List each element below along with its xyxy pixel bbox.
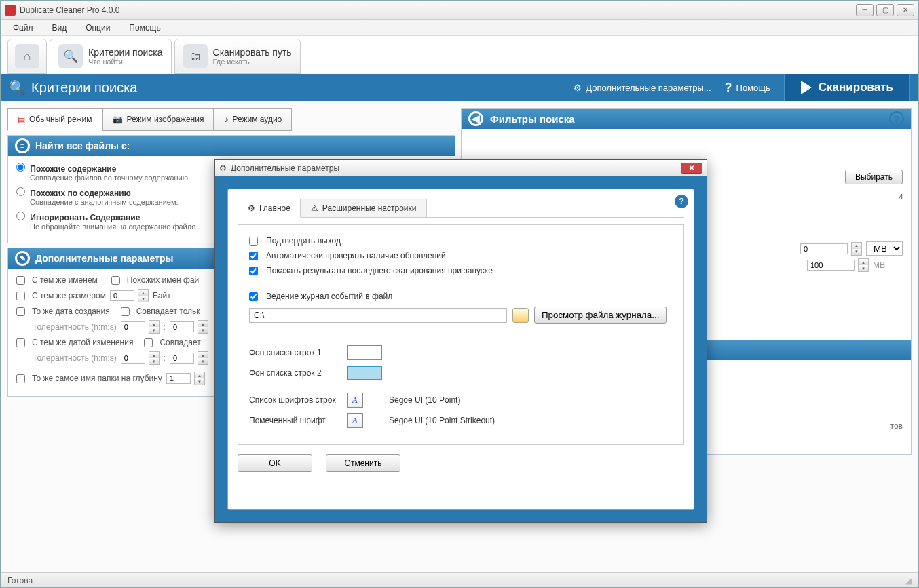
max-size[interactable] [807, 260, 855, 271]
chk-same-modified[interactable] [16, 338, 25, 347]
cancel-button[interactable]: Отменить [326, 454, 400, 472]
chk-same-name[interactable] [16, 276, 25, 285]
tab-scan-path[interactable]: 🗂 Сканировать путь Где искать [174, 39, 301, 74]
toolbar: ⌂ 🔍 Критерии поиска Что найти 🗂 Сканиров… [1, 36, 918, 74]
chk-confirm-exit[interactable] [249, 237, 258, 246]
gear-icon: ⚙ [219, 163, 227, 173]
close-button[interactable]: ✕ [897, 4, 914, 16]
tab-subtitle: Что найти [88, 58, 163, 66]
dialog-title: Дополнительные параметры [231, 163, 339, 173]
folder-scan-icon: 🗂 [183, 44, 208, 68]
font-marked-button[interactable]: A [347, 413, 363, 428]
view-log-button[interactable]: Просмотр файла журнала... [534, 307, 667, 324]
warning-icon: ⚠ [311, 203, 318, 213]
magnifier-icon: 🔍 [9, 79, 26, 96]
filters-title: Фильтры поиска [490, 113, 575, 125]
help-link[interactable]: ? Помощь [725, 81, 770, 95]
filter-icon: ◀ [468, 111, 483, 126]
radio-ignore-content[interactable] [16, 212, 25, 220]
home-icon: ⌂ [15, 44, 39, 68]
window-title: Duplicate Cleaner Pro 4.0.0 [20, 5, 853, 15]
resize-grip[interactable]: ◢ [905, 576, 912, 585]
row-bg2-color[interactable] [347, 366, 382, 380]
row-bg1-color[interactable] [347, 345, 382, 360]
chk-same-created[interactable] [16, 307, 25, 316]
help-icon[interactable]: ? [889, 111, 904, 126]
tab-main[interactable]: ⚙ Главное [238, 199, 301, 218]
ok-button[interactable]: OK [238, 454, 312, 472]
browse-folder-button[interactable] [512, 308, 529, 323]
menu-options[interactable]: Опции [79, 22, 117, 34]
tab-audio-mode[interactable]: ♪ Режим аудио [214, 108, 292, 131]
camera-icon: 📷 [113, 115, 123, 124]
chk-same-size[interactable] [16, 292, 25, 300]
scan-button[interactable]: Сканировать [784, 74, 910, 101]
tab-image-mode[interactable]: 📷 Режим изображения [102, 108, 214, 131]
minimize-button[interactable]: ─ [856, 4, 874, 16]
chk-log-events[interactable] [249, 292, 258, 301]
menu-view[interactable]: Вид [45, 22, 74, 34]
chk-same-folder[interactable] [16, 374, 25, 383]
font-list-button[interactable]: A [347, 393, 363, 408]
radio-similar-content[interactable] [16, 187, 25, 196]
tab-search-criteria[interactable]: 🔍 Критерии поиска Что найти [50, 39, 172, 74]
magnifier-icon: 🔍 [58, 44, 83, 68]
dialog-titlebar: ⚙ Дополнительные параметры ✕ [215, 160, 707, 176]
status-text: Готова [7, 576, 33, 585]
chk-similar-names[interactable] [111, 276, 120, 285]
tol-h1[interactable] [121, 321, 145, 332]
radio-same-content[interactable] [16, 163, 25, 172]
help-icon[interactable]: ? [675, 195, 688, 208]
doc-icon: ▤ [18, 115, 25, 124]
min-size[interactable] [800, 243, 848, 254]
menu-help[interactable]: Помощь [122, 22, 167, 34]
maximize-button[interactable]: ▢ [876, 4, 894, 16]
mode-tabs: ▤ Обычный режим 📷 Режим изображения ♪ Ре… [7, 108, 455, 131]
chk-match-only-created[interactable] [121, 307, 130, 316]
chk-match-only-modified[interactable] [144, 338, 153, 347]
unit-select[interactable]: MB [866, 241, 903, 256]
folder-depth[interactable] [166, 373, 191, 384]
log-path-input[interactable] [249, 308, 507, 323]
tab-title: Критерии поиска [88, 47, 163, 58]
dialog-close-button[interactable]: ✕ [681, 163, 702, 174]
tools-icon: ✎ [15, 251, 30, 266]
music-icon: ♪ [224, 115, 228, 124]
statusbar: Готова ◢ [1, 572, 918, 587]
titlebar: Duplicate Cleaner Pro 4.0.0 ─ ▢ ✕ [1, 1, 918, 20]
tol-m1[interactable] [170, 321, 194, 332]
chk-auto-update[interactable] [249, 252, 258, 260]
advanced-link[interactable]: ⚙ Дополнительные параметры... [574, 83, 711, 93]
chk-show-last[interactable] [249, 267, 258, 275]
tab-extended[interactable]: ⚠ Расширенные настройки [301, 199, 427, 218]
menubar: Файл Вид Опции Помощь [1, 20, 918, 36]
tab-regular-mode[interactable]: ▤ Обычный режим [7, 108, 102, 131]
home-button[interactable]: ⌂ [7, 39, 47, 74]
header-band: 🔍 Критерии поиска ⚙ Дополнительные парам… [1, 74, 918, 101]
tab-subtitle: Где искать [213, 58, 292, 66]
spin-buttons[interactable]: ▲▼ [138, 289, 149, 302]
gear-icon: ⚙ [248, 203, 255, 213]
gear-icon: ⚙ [574, 83, 582, 93]
tol-m2[interactable] [170, 353, 194, 364]
tol-h2[interactable] [121, 353, 145, 364]
play-icon [801, 81, 812, 94]
advanced-settings-dialog: ⚙ Дополнительные параметры ✕ ? ⚙ Главное… [214, 159, 707, 523]
page-title: Критерии поиска [31, 80, 137, 96]
menu-file[interactable]: Файл [6, 22, 40, 34]
app-icon [5, 5, 16, 16]
question-icon: ? [725, 81, 732, 95]
section-icon: ≡ [15, 138, 30, 153]
select-button[interactable]: Выбирать [845, 170, 903, 184]
tab-title: Сканировать путь [213, 47, 292, 58]
same-size-value[interactable] [110, 290, 134, 301]
